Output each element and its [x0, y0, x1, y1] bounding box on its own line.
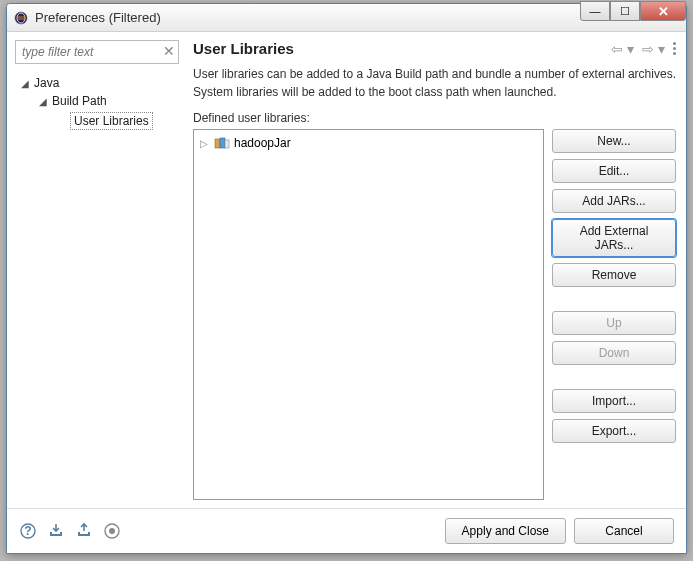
- libraries-list[interactable]: ▷ hadoopJar: [193, 129, 544, 500]
- tree-item-java[interactable]: ◢ Java: [17, 74, 177, 92]
- button-column: New... Edit... Add JARs... Add External …: [552, 129, 676, 500]
- titlebar[interactable]: Preferences (Filtered) — ☐ ✕: [7, 4, 686, 32]
- page-title: User Libraries: [193, 40, 294, 57]
- view-menu-icon[interactable]: [673, 42, 676, 55]
- collapse-icon[interactable]: ◢: [39, 96, 49, 106]
- down-button[interactable]: Down: [552, 341, 676, 365]
- footer: ? Apply and Close Cancel: [7, 508, 686, 553]
- main-panel: User Libraries ⇦ ▾ ⇨ ▾ User libraries ca…: [187, 32, 686, 508]
- footer-right: Apply and Close Cancel: [445, 518, 674, 544]
- record-icon[interactable]: [103, 522, 121, 540]
- cancel-button[interactable]: Cancel: [574, 518, 674, 544]
- svg-point-10: [109, 528, 115, 534]
- library-icon: [214, 136, 230, 150]
- back-icon[interactable]: ⇦ ▾: [611, 41, 634, 57]
- maximize-button[interactable]: ☐: [610, 1, 640, 21]
- description-text: User libraries can be added to a Java Bu…: [193, 65, 676, 101]
- minimize-button[interactable]: —: [580, 1, 610, 21]
- add-jars-button[interactable]: Add JARs...: [552, 189, 676, 213]
- import-prefs-icon[interactable]: [47, 522, 65, 540]
- eclipse-icon: [13, 10, 29, 26]
- defined-libraries-label: Defined user libraries:: [193, 111, 676, 125]
- help-icon[interactable]: ?: [19, 522, 37, 540]
- content-area: ✕ ◢ Java ◢ Build Path User Libraries: [7, 32, 686, 508]
- apply-close-button[interactable]: Apply and Close: [445, 518, 566, 544]
- export-button[interactable]: Export...: [552, 419, 676, 443]
- tree-item-user-libraries[interactable]: User Libraries: [53, 110, 177, 132]
- preferences-window: Preferences (Filtered) — ☐ ✕ ✕ ◢ Java ◢: [6, 3, 687, 554]
- svg-rect-4: [215, 139, 220, 148]
- svg-rect-6: [225, 140, 229, 148]
- svg-rect-5: [220, 138, 225, 148]
- filter-input[interactable]: [15, 40, 179, 64]
- forward-icon[interactable]: ⇨ ▾: [642, 41, 665, 57]
- add-external-jars-button[interactable]: Add External JARs...: [552, 219, 676, 257]
- nav-icons: ⇦ ▾ ⇨ ▾: [611, 41, 676, 57]
- leaf-icon: [57, 116, 67, 126]
- edit-button[interactable]: Edit...: [552, 159, 676, 183]
- library-name: hadoopJar: [234, 136, 291, 150]
- list-item[interactable]: ▷ hadoopJar: [198, 134, 539, 152]
- tree-item-build-path[interactable]: ◢ Build Path: [35, 92, 177, 110]
- remove-button[interactable]: Remove: [552, 263, 676, 287]
- sidebar: ✕ ◢ Java ◢ Build Path User Libraries: [7, 32, 187, 508]
- up-button[interactable]: Up: [552, 311, 676, 335]
- main-body: ▷ hadoopJar New... Edit... Add JARs... A…: [193, 129, 676, 500]
- preferences-tree: ◢ Java ◢ Build Path User Libraries: [15, 72, 179, 134]
- filter-box: ✕: [15, 40, 179, 64]
- import-button[interactable]: Import...: [552, 389, 676, 413]
- close-button[interactable]: ✕: [640, 1, 686, 21]
- expand-icon[interactable]: ▷: [200, 138, 210, 149]
- main-header: User Libraries ⇦ ▾ ⇨ ▾: [193, 40, 676, 57]
- window-controls: — ☐ ✕: [580, 1, 686, 21]
- svg-text:?: ?: [24, 524, 31, 538]
- collapse-icon[interactable]: ◢: [21, 78, 31, 88]
- new-button[interactable]: New...: [552, 129, 676, 153]
- footer-left: ?: [19, 522, 121, 540]
- export-prefs-icon[interactable]: [75, 522, 93, 540]
- clear-filter-icon[interactable]: ✕: [163, 43, 175, 59]
